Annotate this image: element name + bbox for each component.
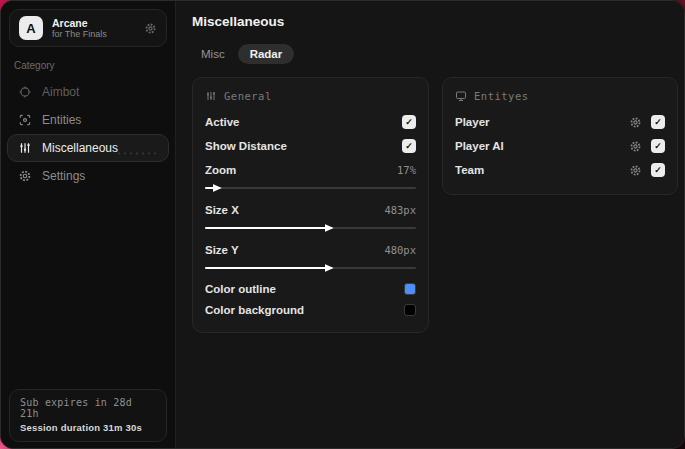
size-y-slider[interactable]: [205, 267, 416, 269]
entities-panel: Entityes Player ✓: [442, 77, 678, 195]
slider-value: 17%: [397, 164, 416, 176]
sidebar-nav: Aimbot Entities: [1, 78, 175, 190]
sidebar-item-label: Settings: [42, 169, 85, 183]
slider-label: Zoom: [205, 164, 236, 176]
team-checkbox[interactable]: ✓: [651, 163, 665, 177]
sidebar-item-settings[interactable]: Settings: [7, 162, 169, 190]
profile-name: Arcane: [52, 17, 135, 29]
gear-icon[interactable]: [629, 140, 642, 153]
slider-value: 483px: [384, 204, 416, 216]
category-label: Category: [14, 60, 162, 71]
entity-row-team: Team ✓: [455, 158, 665, 182]
entity-label: Player: [455, 116, 490, 128]
entity-label: Team: [455, 164, 484, 176]
sidebar-item-aimbot[interactable]: Aimbot: [7, 78, 169, 106]
size-x-slider-group: Size X 483px: [205, 198, 416, 229]
player-ai-checkbox[interactable]: ✓: [651, 139, 665, 153]
color-background-swatch[interactable]: [404, 304, 416, 316]
scan-icon: [18, 113, 32, 127]
gear-icon[interactable]: [629, 116, 642, 129]
zoom-slider[interactable]: [205, 187, 416, 189]
main-content: Miscellaneous Misc Radar Gene: [176, 1, 685, 448]
subscription-card: Sub expires in 28d 21h Session duration …: [9, 389, 167, 442]
slider-label: Size Y: [205, 244, 239, 256]
slider-thumb[interactable]: [213, 184, 222, 192]
entities-panel-title: Entityes: [474, 90, 529, 102]
profile-subtitle: for The Finals: [52, 29, 135, 39]
general-panel-title: General: [224, 90, 272, 102]
tab-radar[interactable]: Radar: [238, 44, 295, 64]
size-x-slider[interactable]: [205, 227, 416, 229]
entity-controls: ✓: [629, 163, 665, 177]
sliders-icon: [18, 141, 32, 155]
slider-thumb[interactable]: [325, 224, 334, 232]
profile-card: A Arcane for The Finals: [9, 9, 167, 47]
toggle-label: Show Distance: [205, 140, 287, 152]
sub-expiry-text: Sub expires in 28d 21h: [20, 397, 156, 419]
slider-fill: [205, 187, 220, 189]
tab-misc[interactable]: Misc: [192, 44, 234, 64]
toggle-row-active: Active ✓: [205, 110, 416, 134]
gear-icon: [18, 169, 32, 183]
avatar: A: [19, 16, 43, 40]
slider-fill: [205, 267, 332, 269]
slider-label-row: Size X 483px: [205, 198, 416, 222]
app-window: A Arcane for The Finals Category: [0, 0, 685, 449]
slider-fill: [205, 227, 332, 229]
entity-label: Player AI: [455, 140, 504, 152]
session-duration-text: Session duration 31m 30s: [20, 422, 156, 433]
color-label: Color background: [205, 304, 304, 316]
color-outline-row: Color outline: [205, 278, 416, 299]
sidebar-item-miscellaneous[interactable]: Miscellaneous: [7, 134, 169, 162]
sidebar: A Arcane for The Finals Category: [1, 1, 176, 448]
monitor-icon: [455, 90, 467, 102]
entity-controls: ✓: [629, 115, 665, 129]
tab-bar: Misc Radar: [192, 44, 678, 64]
profile-text: Arcane for The Finals: [52, 17, 135, 39]
color-outline-swatch[interactable]: [404, 283, 416, 295]
show-distance-checkbox[interactable]: ✓: [402, 139, 416, 153]
sidebar-item-label: Miscellaneous: [42, 141, 118, 155]
size-y-slider-group: Size Y 480px: [205, 238, 416, 269]
toggle-label: Active: [205, 116, 240, 128]
sidebar-item-label: Aimbot: [42, 85, 79, 99]
toggle-row-show-distance: Show Distance ✓: [205, 134, 416, 158]
panels-row: General Active ✓ Show Distance ✓ Zoom 17…: [192, 77, 678, 333]
entity-controls: ✓: [629, 139, 665, 153]
entities-panel-header: Entityes: [455, 90, 665, 102]
gear-icon[interactable]: [144, 22, 157, 35]
active-checkbox[interactable]: ✓: [402, 115, 416, 129]
general-panel: General Active ✓ Show Distance ✓ Zoom 17…: [192, 77, 429, 333]
slider-label-row: Zoom 17%: [205, 158, 416, 182]
slider-label: Size X: [205, 204, 239, 216]
dots-decoration: [116, 151, 158, 157]
slider-value: 480px: [384, 244, 416, 256]
sidebar-item-label: Entities: [42, 113, 81, 127]
zoom-slider-group: Zoom 17%: [205, 158, 416, 189]
entity-row-player-ai: Player AI ✓: [455, 134, 665, 158]
color-background-row: Color background: [205, 299, 416, 320]
entity-row-player: Player ✓: [455, 110, 665, 134]
page-title: Miscellaneous: [192, 14, 678, 29]
general-panel-header: General: [205, 90, 416, 102]
color-label: Color outline: [205, 283, 276, 295]
gear-icon[interactable]: [629, 164, 642, 177]
player-checkbox[interactable]: ✓: [651, 115, 665, 129]
crosshair-icon: [18, 85, 32, 99]
sliders-icon: [205, 90, 217, 102]
slider-thumb[interactable]: [325, 264, 334, 272]
slider-label-row: Size Y 480px: [205, 238, 416, 262]
sidebar-item-entities[interactable]: Entities: [7, 106, 169, 134]
